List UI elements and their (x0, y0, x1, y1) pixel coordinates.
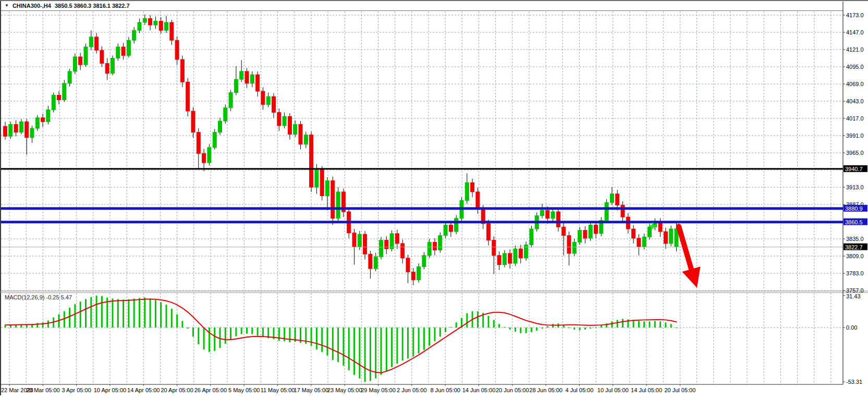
macd-signal-value: 5.47 (61, 294, 72, 300)
date-tick-label: 20 Jul 05:00 (664, 387, 695, 393)
candle-body (616, 194, 619, 205)
macd-histogram-bar (353, 328, 355, 375)
macd-histogram-bar (181, 321, 183, 328)
candle-body (326, 180, 329, 196)
price-tick-label: 3783.0 (846, 270, 864, 276)
candle-body (57, 95, 61, 100)
candle-body (191, 111, 195, 132)
candle-body (234, 79, 238, 92)
candle-body (84, 47, 88, 65)
macd-histogram-bar (80, 301, 81, 328)
date-tick-label: 20 Apr 05:00 (161, 387, 193, 393)
date-tick-label: 10 Jul 05:00 (597, 387, 629, 393)
candle-body (159, 21, 163, 30)
macd-histogram-bar (262, 328, 264, 337)
candle-body (658, 222, 662, 232)
macd-histogram-bar (590, 328, 591, 329)
macd-histogram-bar (257, 328, 259, 336)
price-chart-canvas[interactable]: 4173.04147.04121.04095.04069.04043.04017… (0, 0, 868, 399)
candle-body (30, 128, 34, 138)
macd-signal-line (5, 299, 677, 372)
macd-histogram-bar (364, 328, 366, 382)
macd-histogram-bar (466, 313, 468, 328)
candle-body (304, 135, 308, 144)
macd-histogram-bar (622, 319, 624, 328)
candle-body (567, 236, 571, 253)
candle-body (63, 83, 66, 100)
macd-histogram-bar (654, 321, 656, 328)
candle-body (444, 225, 447, 235)
macd-histogram-bar (429, 328, 430, 346)
macd-histogram-bar (477, 311, 479, 328)
macd-histogram-bar (5, 325, 6, 328)
macd-histogram-bar (251, 328, 253, 334)
candle-body (261, 91, 265, 104)
candle-body (331, 180, 335, 218)
candle-body (664, 232, 667, 244)
downtrend-arrow-annotation[interactable] (679, 226, 691, 269)
macd-histogram-bar (552, 324, 554, 328)
price-tick-label: 4121.0 (846, 46, 864, 53)
macd-histogram-bar (375, 328, 376, 379)
candle-body (240, 71, 243, 79)
upper-support-line-label-text: 3880.9 (845, 205, 863, 212)
candle-body (111, 58, 115, 74)
macd-histogram-bar (230, 328, 231, 340)
candle-body (648, 227, 652, 237)
resistance-line-label-text: 3940.7 (845, 166, 863, 172)
candle-body (250, 75, 254, 83)
macd-histogram-bar (386, 328, 387, 371)
candle-body (605, 202, 608, 220)
macd-histogram-bar (402, 328, 404, 360)
candle-body (411, 272, 415, 280)
macd-histogram-bar (525, 328, 527, 333)
date-tick-label: 17 May 05:00 (294, 387, 329, 393)
price-tick-label: 3965.0 (846, 150, 864, 156)
macd-histogram-bar (381, 328, 382, 375)
macd-histogram-bar (316, 328, 317, 349)
macd-histogram-bar (659, 321, 661, 328)
candle-body (266, 96, 270, 104)
macd-histogram-bar (498, 324, 500, 328)
candle-body (621, 205, 625, 217)
candle-body (299, 124, 302, 144)
candle-body (363, 234, 367, 254)
candle-body (25, 122, 29, 137)
macd-histogram-bar (649, 321, 651, 328)
downtrend-arrow-head[interactable] (682, 267, 701, 288)
macd-histogram-bar (359, 328, 360, 379)
candle-body (594, 225, 598, 234)
candle-body (336, 192, 340, 219)
macd-histogram-bar (343, 328, 344, 366)
candle-body (546, 210, 549, 218)
macd-title: MACD(12,26,9) (5, 294, 44, 300)
macd-histogram-bar (311, 328, 312, 346)
candle-body (417, 267, 421, 280)
macd-histogram-bar (171, 309, 173, 328)
macd-histogram-bar (670, 324, 672, 328)
candle-body (455, 219, 458, 232)
macd-histogram-bar (203, 328, 205, 349)
macd-histogram-bar (515, 328, 516, 332)
date-tick-label: 14 Apr 05:00 (127, 387, 160, 393)
candle-body (95, 37, 99, 50)
candle-body (401, 244, 405, 258)
macd-histogram-bar (101, 296, 103, 328)
candle-body (283, 116, 286, 126)
macd-histogram-bar (192, 328, 194, 337)
candle-body (589, 225, 592, 238)
date-tick-label: 14 Jun 05:00 (462, 387, 496, 393)
macd-histogram-bar (47, 320, 49, 328)
price-tick-label: 4017.0 (846, 115, 864, 122)
price-tick-label: 3913.0 (846, 184, 864, 190)
candle-body (186, 82, 190, 111)
candle-body (202, 153, 206, 163)
macd-main-value: -0.25 (46, 294, 59, 300)
candle-body (497, 256, 501, 265)
candle-body (583, 231, 587, 238)
macd-histogram-bar (407, 328, 409, 358)
macd-histogram-bar (90, 297, 92, 328)
macd-histogram-bar (423, 328, 425, 350)
macd-histogram-bar (42, 322, 44, 328)
date-tick-label: 26 Apr 05:00 (194, 387, 227, 393)
